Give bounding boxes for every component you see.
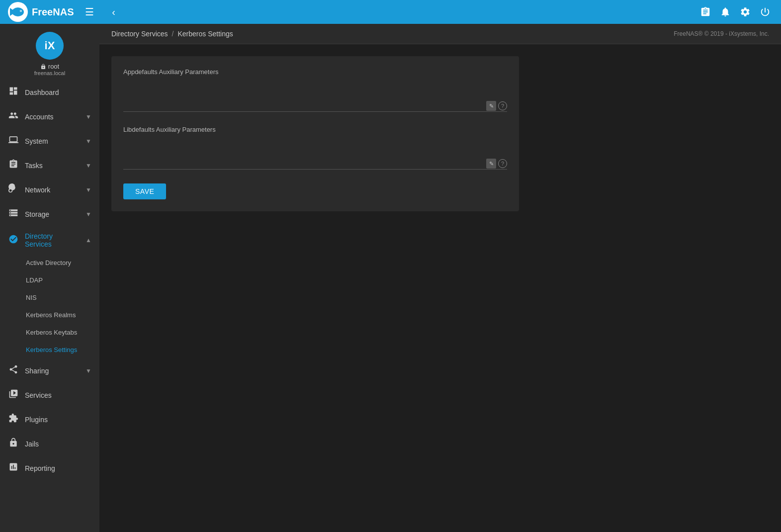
sidebar-item-plugins[interactable]: Plugins	[0, 407, 99, 432]
appdefaults-label: Appdefaults Auxiliary Parameters	[123, 68, 507, 76]
tasks-icon	[8, 159, 19, 172]
sidebar-item-label: Accounts	[25, 113, 80, 121]
help-icon[interactable]: ?	[498, 101, 507, 110]
sidebar-item-services[interactable]: Services	[0, 383, 99, 407]
breadcrumb: Directory Services / Kerberos Settings F…	[99, 24, 781, 44]
sidebar-item-kerberos-realms[interactable]: Kerberos Realms	[0, 306, 99, 324]
plugins-icon	[8, 413, 19, 426]
appdefaults-icons: ✎ ?	[486, 101, 507, 111]
topbar-left: FreeNAS ☰ ‹	[8, 2, 121, 22]
directory-icon	[8, 234, 19, 247]
sidebar-item-label: Tasks	[25, 162, 80, 170]
chevron-down-icon: ▼	[86, 162, 91, 169]
main-content: Directory Services / Kerberos Settings F…	[99, 24, 781, 532]
chevron-down-icon: ▼	[86, 186, 91, 193]
content-area: Appdefaults Auxiliary Parameters ✎ ? Lib…	[99, 44, 781, 223]
sidebar: iX root freenas.local Dashboard Accounts…	[0, 24, 99, 532]
libdefaults-textarea-wrapper: ✎ ?	[123, 137, 507, 172]
sidebar-item-nis[interactable]: NIS	[0, 289, 99, 306]
sidebar-item-tasks[interactable]: Tasks ▼	[0, 153, 99, 177]
breadcrumb-separator: /	[172, 30, 174, 38]
storage-icon	[8, 208, 19, 220]
form-actions: SAVE	[123, 183, 507, 199]
save-button[interactable]: SAVE	[123, 183, 166, 199]
app-logo: FreeNAS	[8, 2, 74, 22]
libdefaults-icons: ✎ ?	[486, 159, 507, 169]
user-section: iX root freenas.local	[0, 24, 99, 80]
clipboard-icon[interactable]	[697, 4, 713, 20]
sidebar-item-label: Network	[25, 186, 80, 194]
chevron-down-icon: ▼	[86, 138, 91, 145]
chevron-up-icon: ▲	[86, 237, 91, 244]
avatar: iX	[36, 32, 64, 60]
breadcrumb-current: Kerberos Settings	[177, 30, 233, 38]
sidebar-item-directory-services[interactable]: Directory Services ▲	[0, 226, 99, 254]
user-host: freenas.local	[34, 70, 65, 76]
sidebar-item-dashboard[interactable]: Dashboard	[0, 80, 99, 104]
reporting-icon	[8, 462, 19, 474]
help-icon[interactable]: ?	[498, 159, 507, 168]
chevron-down-icon: ▼	[86, 367, 91, 374]
appdefaults-textarea[interactable]	[123, 80, 507, 112]
sidebar-item-jails[interactable]: Jails	[0, 432, 99, 456]
settings-icon[interactable]	[737, 4, 753, 20]
back-button[interactable]: ‹	[105, 4, 121, 20]
sidebar-item-label: Plugins	[25, 416, 91, 424]
sidebar-item-label: Directory Services	[25, 232, 80, 248]
jails-icon	[8, 438, 19, 450]
svg-point-1	[12, 7, 24, 16]
sidebar-item-kerberos-keytabs[interactable]: Kerberos Keytabs	[0, 324, 99, 341]
chevron-down-icon: ▼	[86, 211, 91, 218]
sidebar-item-label: Reporting	[25, 464, 91, 472]
lock-icon	[40, 64, 46, 70]
settings-card: Appdefaults Auxiliary Parameters ✎ ? Lib…	[111, 56, 519, 211]
sidebar-item-reporting[interactable]: Reporting	[0, 456, 99, 480]
logo-icon	[8, 2, 28, 22]
appdefaults-textarea-wrapper: ✎ ?	[123, 80, 507, 114]
sidebar-item-ldap[interactable]: LDAP	[0, 271, 99, 289]
menu-toggle-button[interactable]: ☰	[82, 4, 97, 20]
edit-icon[interactable]: ✎	[486, 101, 496, 111]
dashboard-icon	[8, 86, 19, 98]
chevron-down-icon: ▼	[86, 113, 91, 120]
libdefaults-label: Libdefaults Auxiliary Parameters	[123, 126, 507, 133]
sidebar-item-active-directory[interactable]: Active Directory	[0, 254, 99, 271]
power-icon[interactable]	[757, 4, 773, 20]
sidebar-item-label: Storage	[25, 210, 80, 218]
sidebar-item-kerberos-settings[interactable]: Kerberos Settings	[0, 341, 99, 358]
breadcrumb-path: Directory Services / Kerberos Settings	[111, 30, 233, 38]
appdefaults-form-group: Appdefaults Auxiliary Parameters ✎ ?	[123, 68, 507, 114]
sidebar-item-label: Dashboard	[25, 89, 91, 96]
sharing-icon	[8, 364, 19, 377]
services-icon	[8, 389, 19, 401]
edit-icon[interactable]: ✎	[486, 159, 496, 169]
sidebar-item-network[interactable]: Network ▼	[0, 177, 99, 202]
sidebar-item-label: Jails	[25, 440, 91, 448]
sidebar-item-label: System	[25, 137, 80, 145]
accounts-icon	[8, 110, 19, 123]
copyright-text: FreeNAS® © 2019 - iXsystems, Inc.	[674, 30, 769, 37]
notifications-icon[interactable]	[717, 4, 733, 20]
sidebar-item-sharing[interactable]: Sharing ▼	[0, 358, 99, 383]
app-name: FreeNAS	[32, 6, 74, 18]
sidebar-item-accounts[interactable]: Accounts ▼	[0, 104, 99, 129]
topbar-right	[697, 4, 773, 20]
libdefaults-textarea[interactable]	[123, 137, 507, 170]
system-icon	[8, 135, 19, 147]
sidebar-item-system[interactable]: System ▼	[0, 129, 99, 153]
sidebar-item-label: Sharing	[25, 367, 80, 375]
breadcrumb-parent[interactable]: Directory Services	[111, 30, 168, 38]
libdefaults-form-group: Libdefaults Auxiliary Parameters ✎ ?	[123, 126, 507, 172]
user-name: root	[40, 63, 59, 70]
svg-point-4	[20, 10, 21, 11]
sidebar-item-storage[interactable]: Storage ▼	[0, 202, 99, 226]
sidebar-item-label: Services	[25, 391, 91, 399]
network-icon	[8, 183, 19, 196]
topbar: FreeNAS ☰ ‹	[0, 0, 781, 24]
